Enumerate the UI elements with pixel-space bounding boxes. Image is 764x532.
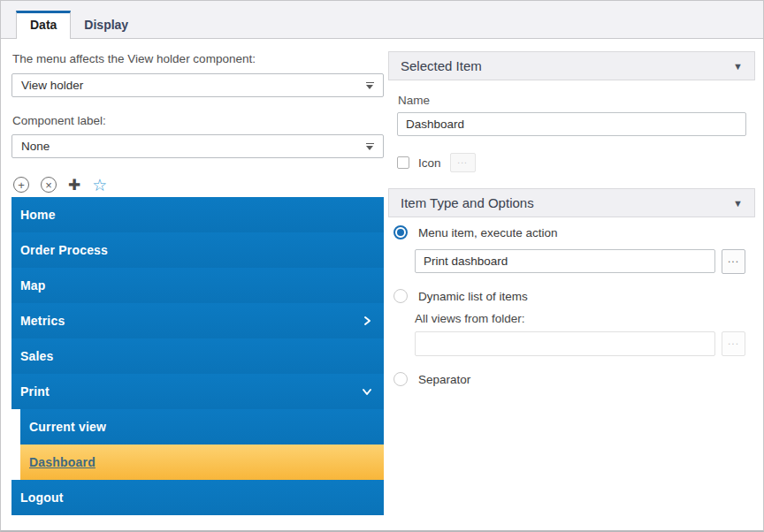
menu-items-toolbar: + × ✚ ☆ bbox=[13, 175, 107, 194]
separator-label: Separator bbox=[418, 373, 470, 386]
name-input[interactable] bbox=[397, 112, 746, 136]
icon-checkbox[interactable] bbox=[397, 156, 409, 169]
separator-radio[interactable] bbox=[393, 372, 408, 386]
name-label: Name bbox=[398, 94, 430, 107]
icon-browse-button[interactable]: ... bbox=[450, 153, 476, 172]
menu-item-label: Logout bbox=[20, 490, 64, 505]
folder-label: All views from folder: bbox=[415, 312, 525, 325]
affected-component-label: The menu affects the View holder compone… bbox=[12, 52, 256, 65]
item-type-header-label: Item Type and Options bbox=[401, 195, 534, 210]
folder-input[interactable] bbox=[415, 331, 715, 356]
remove-item-icon[interactable]: × bbox=[41, 177, 57, 193]
menu-item-sales[interactable]: Sales bbox=[11, 338, 384, 374]
collapse-caret-icon: ▼ bbox=[733, 198, 743, 209]
menu-preview: Home Order Process Map Metrics Sales Pri… bbox=[11, 197, 384, 515]
component-label-dropdown[interactable]: None bbox=[11, 134, 384, 158]
option-execute-action: Menu item, execute action bbox=[393, 225, 558, 239]
add-item-icon[interactable]: + bbox=[13, 177, 29, 193]
menu-item-label: Metrics bbox=[20, 314, 65, 328]
option-dynamic-list: Dynamic list of items bbox=[393, 289, 528, 303]
icon-label: Icon bbox=[418, 156, 441, 170]
component-dropdown[interactable]: View holder bbox=[11, 73, 384, 97]
menu-item-label: Current view bbox=[29, 420, 106, 434]
chevron-down-icon bbox=[361, 385, 373, 398]
dynamic-list-label: Dynamic list of items bbox=[418, 290, 528, 303]
selected-item-header-label: Selected Item bbox=[401, 58, 482, 73]
component-label-label: Component label: bbox=[12, 114, 106, 127]
execute-action-radio[interactable] bbox=[393, 225, 408, 239]
component-label-dropdown-value: None bbox=[21, 140, 50, 153]
selected-item-header[interactable]: Selected Item ▼ bbox=[388, 51, 755, 80]
item-type-header[interactable]: Item Type and Options ▼ bbox=[388, 188, 755, 217]
component-dropdown-value: View holder bbox=[21, 79, 83, 92]
menu-item-home[interactable]: Home bbox=[11, 197, 384, 232]
menu-properties-dialog: Data Display The menu affects the View h… bbox=[0, 0, 764, 532]
add-child-item-icon[interactable]: ✚ bbox=[68, 178, 80, 193]
menu-item-logout[interactable]: Logout bbox=[11, 480, 384, 515]
icon-row: Icon ... bbox=[397, 153, 476, 172]
menu-item-label: Order Process bbox=[20, 243, 108, 257]
dropdown-caret-icon bbox=[366, 82, 374, 89]
menu-item-label: Sales bbox=[20, 349, 54, 363]
dynamic-list-radio[interactable] bbox=[393, 289, 408, 303]
menu-item-label: Print bbox=[20, 384, 50, 399]
chevron-right-icon bbox=[361, 315, 373, 327]
tab-bar: Data Display bbox=[1, 1, 763, 39]
menu-item-current-view[interactable]: Current view bbox=[20, 409, 384, 445]
menu-item-label: Home bbox=[20, 208, 56, 222]
menu-item-map[interactable]: Map bbox=[11, 268, 384, 303]
folder-browse-button[interactable]: ... bbox=[722, 331, 745, 356]
tab-display[interactable]: Display bbox=[71, 13, 141, 38]
menu-item-order-process[interactable]: Order Process bbox=[11, 232, 384, 268]
menu-item-metrics[interactable]: Metrics bbox=[11, 303, 384, 338]
tab-data[interactable]: Data bbox=[16, 11, 71, 39]
menu-item-print[interactable]: Print bbox=[11, 374, 384, 409]
option-separator: Separator bbox=[393, 372, 470, 386]
menu-item-label: Dashboard bbox=[29, 455, 96, 469]
menu-item-dashboard-selected[interactable]: Dashboard bbox=[20, 445, 384, 480]
menu-item-label: Map bbox=[20, 278, 46, 293]
collapse-caret-icon: ▼ bbox=[733, 61, 743, 72]
star-icon[interactable]: ☆ bbox=[92, 177, 107, 194]
action-input[interactable] bbox=[415, 249, 715, 273]
execute-action-label: Menu item, execute action bbox=[418, 226, 558, 239]
dropdown-caret-icon bbox=[366, 143, 374, 150]
action-browse-button[interactable]: ... bbox=[722, 249, 745, 274]
